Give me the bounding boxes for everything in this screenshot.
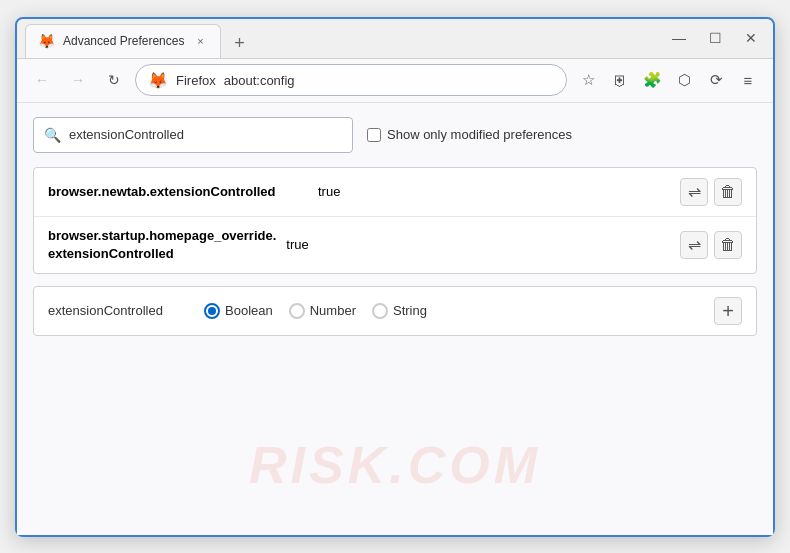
shield-icon[interactable]: ⛨ (605, 65, 635, 95)
browser-window: 🦊 Advanced Preferences × + — ☐ ✕ ← → ↻ 🦊… (15, 17, 775, 537)
toggle-button-1[interactable]: ⇌ (680, 178, 708, 206)
tab-title: Advanced Preferences (63, 34, 184, 48)
window-controls: — ☐ ✕ (665, 24, 765, 52)
address-text: about:config (224, 73, 554, 88)
pref-value-1: true (318, 184, 670, 199)
table-row: browser.startup.homepage_override. exten… (34, 217, 756, 273)
radio-string-circle (372, 303, 388, 319)
radio-boolean-circle (204, 303, 220, 319)
content-area: 🔍 Show only modified preferences browser… (17, 103, 773, 535)
radio-number-circle (289, 303, 305, 319)
search-input[interactable] (69, 127, 342, 142)
toggle-button-2[interactable]: ⇌ (680, 231, 708, 259)
address-bar[interactable]: 🦊 Firefox about:config (135, 64, 567, 96)
add-pref-row: extensionControlled Boolean Number Strin… (33, 286, 757, 336)
menu-icon[interactable]: ≡ (733, 65, 763, 95)
sync-icon[interactable]: ⟳ (701, 65, 731, 95)
bookmark-icon[interactable]: ☆ (573, 65, 603, 95)
firefox-favicon-icon: 🦊 (38, 33, 55, 49)
pref-name-2: browser.startup.homepage_override. exten… (48, 227, 276, 263)
row-1-actions: ⇌ 🗑 (680, 178, 742, 206)
refresh-button[interactable]: ↻ (99, 65, 129, 95)
search-icon: 🔍 (44, 127, 61, 143)
watermark: RISK.COM (249, 435, 541, 495)
navigation-bar: ← → ↻ 🦊 Firefox about:config ☆ ⛨ 🧩 ⬡ ⟳ ≡ (17, 59, 773, 103)
modified-prefs-checkbox[interactable] (367, 128, 381, 142)
browser-tab[interactable]: 🦊 Advanced Preferences × (25, 24, 221, 58)
nav-icons: ☆ ⛨ 🧩 ⬡ ⟳ ≡ (573, 65, 763, 95)
tab-area: 🦊 Advanced Preferences × + (25, 19, 665, 58)
pref-value-2: true (286, 237, 670, 252)
maximize-button[interactable]: ☐ (701, 24, 729, 52)
new-pref-name: extensionControlled (48, 303, 188, 318)
pref-name-1: browser.newtab.extensionControlled (48, 184, 308, 199)
browser-name-label: Firefox (176, 73, 216, 88)
minimize-button[interactable]: — (665, 24, 693, 52)
add-pref-button[interactable]: + (714, 297, 742, 325)
new-tab-button[interactable]: + (225, 30, 253, 58)
search-row: 🔍 Show only modified preferences (33, 117, 757, 153)
radio-string-option[interactable]: String (372, 303, 427, 319)
pref-name-2-line2: extensionControlled (48, 245, 276, 263)
row-2-actions: ⇌ 🗑 (680, 231, 742, 259)
delete-button-1[interactable]: 🗑 (714, 178, 742, 206)
close-button[interactable]: ✕ (737, 24, 765, 52)
radio-number-option[interactable]: Number (289, 303, 356, 319)
radio-boolean-option[interactable]: Boolean (204, 303, 273, 319)
forward-button[interactable]: → (63, 65, 93, 95)
radio-number-label: Number (310, 303, 356, 318)
extension-icon[interactable]: 🧩 (637, 65, 667, 95)
delete-button-2[interactable]: 🗑 (714, 231, 742, 259)
results-table: browser.newtab.extensionControlled true … (33, 167, 757, 274)
screenshot-icon[interactable]: ⬡ (669, 65, 699, 95)
radio-boolean-label: Boolean (225, 303, 273, 318)
table-row: browser.newtab.extensionControlled true … (34, 168, 756, 217)
type-radio-group: Boolean Number String (204, 303, 698, 319)
back-button[interactable]: ← (27, 65, 57, 95)
radio-string-label: String (393, 303, 427, 318)
modified-prefs-label: Show only modified preferences (387, 127, 572, 142)
tab-close-button[interactable]: × (192, 33, 208, 49)
modified-prefs-checkbox-label[interactable]: Show only modified preferences (367, 127, 572, 142)
title-bar: 🦊 Advanced Preferences × + — ☐ ✕ (17, 19, 773, 59)
pref-name-2-line1: browser.startup.homepage_override. (48, 227, 276, 245)
search-box[interactable]: 🔍 (33, 117, 353, 153)
firefox-icon: 🦊 (148, 71, 168, 90)
